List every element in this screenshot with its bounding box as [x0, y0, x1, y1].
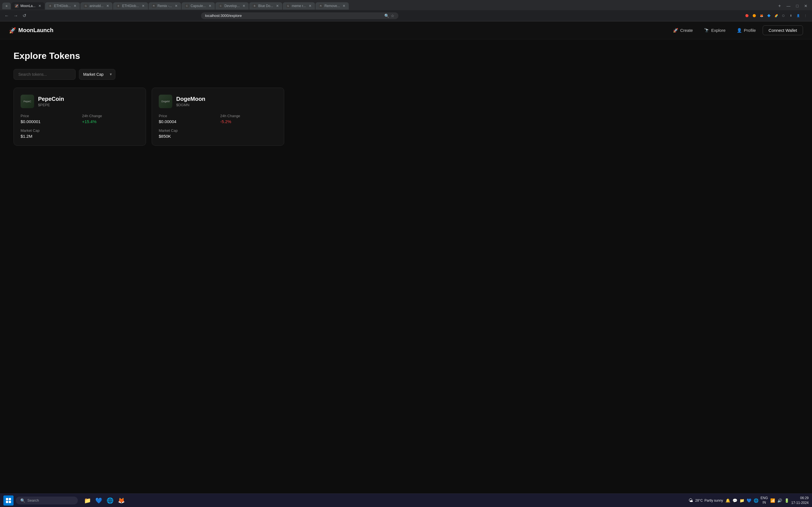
change-label: 24h Change: [220, 114, 277, 118]
ext-6[interactable]: ⬡: [780, 13, 786, 19]
mcap-label: Market Cap: [20, 128, 78, 133]
tab-favicon: G: [84, 4, 88, 8]
tab-bar: ≡ 🚀 MoonLa... ✕ E ETHGlob... ✕ G anirudd…: [0, 0, 812, 10]
nav-create[interactable]: 🚀 Create: [668, 25, 697, 35]
app: 🚀 MoonLaunch 🚀 Create 🔭 Explore 👤 Profil…: [0, 21, 812, 494]
token-card-dogemoon[interactable]: DogeM DogeMoon $DGMN Price $0.00004 24h …: [152, 88, 284, 146]
mcap-label: Market Cap: [159, 128, 216, 133]
browser-tab-t6[interactable]: C Capsule... ✕: [182, 2, 215, 10]
tab-close-button[interactable]: ✕: [343, 4, 345, 8]
tab-close-button[interactable]: ✕: [106, 4, 109, 8]
taskbar-app-explorer[interactable]: 📁: [82, 496, 93, 506]
files-icon[interactable]: 📁: [740, 498, 744, 503]
tab-favicon: B: [253, 4, 257, 8]
ext-3[interactable]: 🦊: [758, 13, 765, 19]
sort-select[interactable]: Market CapPrice24h ChangeVolume: [79, 69, 115, 80]
menu-icon[interactable]: ⋮: [802, 13, 809, 19]
navbar-links: 🚀 Create 🔭 Explore 👤 Profile Connect Wal…: [668, 25, 803, 35]
maximize-button[interactable]: □: [794, 3, 801, 9]
taskbar-app-vscode[interactable]: 💙: [94, 496, 104, 506]
browser-tab-t3[interactable]: G anirudd... ✕: [80, 2, 112, 10]
mcap-value: $850K: [159, 134, 216, 138]
address-bar[interactable]: localhost:3000/explore 🔍 ☆: [201, 12, 398, 19]
lang-line1: ENG: [761, 496, 768, 501]
nav-profile[interactable]: 👤 Profile: [732, 25, 760, 35]
taskbar-apps: 📁💙🌐🦊: [82, 496, 126, 506]
notification-icon[interactable]: 🔔: [725, 498, 730, 503]
browser-tab-t4[interactable]: E ETHGlob... ✕: [113, 2, 148, 10]
arc-icon: 🦊: [118, 497, 125, 504]
profile-avatar[interactable]: 👤: [795, 13, 801, 19]
forward-button[interactable]: →: [12, 12, 19, 19]
chrome-icon: 🌐: [107, 497, 114, 504]
tab-close-button[interactable]: ✕: [73, 4, 77, 8]
close-button[interactable]: ✕: [802, 3, 810, 9]
new-tab-button[interactable]: +: [775, 2, 783, 10]
nav-explore[interactable]: 🔭 Explore: [700, 25, 730, 35]
browser-actions: 🔴 🟠 🦊 🔷 🌈 ⬡ ⬇ 👤 ⋮: [744, 13, 809, 19]
token-stats: Price $0.00004 24h Change -5.2% Market C…: [159, 114, 277, 138]
start-button[interactable]: [3, 496, 13, 506]
tab-label: Develop...: [224, 4, 240, 8]
browser-tab-t10[interactable]: R Remove... ✕: [315, 2, 349, 10]
token-name: PepeCoin: [38, 96, 64, 102]
token-avatar: DogeM: [159, 95, 172, 108]
ext-2[interactable]: 🟠: [751, 13, 757, 19]
vscode-icon: 💙: [95, 497, 102, 504]
taskbar-app-arc[interactable]: 🦊: [116, 496, 126, 506]
battery-icon[interactable]: 🔋: [784, 498, 789, 503]
explore-label: Explore: [711, 28, 725, 33]
main-content: Explore Tokens Market CapPrice24h Change…: [0, 40, 812, 494]
back-button[interactable]: ←: [3, 12, 10, 19]
download-icon[interactable]: ⬇: [788, 13, 794, 19]
tab-close-button[interactable]: ✕: [276, 4, 279, 8]
weather-condition: Partly sunny: [705, 499, 723, 503]
browser-tab-t5[interactable]: R Remix -... ✕: [149, 2, 181, 10]
token-info: PepeCoin $PEPE: [38, 96, 64, 107]
time-display: 06:29: [792, 496, 809, 501]
tab-close-button[interactable]: ✕: [243, 4, 245, 8]
wifi-icon[interactable]: 📶: [770, 498, 775, 503]
tab-close-button[interactable]: ✕: [38, 4, 41, 8]
tab-favicon: E: [49, 4, 52, 8]
ext-1[interactable]: 🔴: [744, 13, 750, 19]
address-text: localhost:3000/explore: [205, 13, 242, 18]
filters-row: Market CapPrice24h ChangeVolume ▼: [13, 69, 799, 80]
search-input[interactable]: [13, 69, 75, 80]
tab-close-button[interactable]: ✕: [142, 4, 145, 8]
browser-chrome: ≡ 🚀 MoonLa... ✕ E ETHGlob... ✕ G anirudd…: [0, 0, 812, 21]
explore-icon: 🔭: [704, 28, 709, 33]
reload-button[interactable]: ↺: [21, 12, 28, 19]
tab-close-button[interactable]: ✕: [209, 4, 211, 8]
volume-icon[interactable]: 🔊: [777, 498, 782, 503]
browser-tab-t9[interactable]: G meme r... ✕: [283, 2, 315, 10]
chrome-tray-icon[interactable]: 🌐: [754, 498, 758, 503]
ext-4[interactable]: 🔷: [766, 13, 772, 19]
temperature: 28°C: [695, 499, 703, 503]
discord-icon[interactable]: 💬: [732, 498, 737, 503]
browser-tab-t8[interactable]: B Blue Do... ✕: [249, 2, 282, 10]
taskbar-search[interactable]: 🔍 Search: [16, 497, 78, 504]
browser-tab-t7[interactable]: C Develop... ✕: [215, 2, 249, 10]
weather-info: 28°C Partly sunny: [695, 499, 723, 503]
token-symbol: $DGMN: [176, 103, 205, 107]
price-label: Price: [20, 114, 78, 118]
change-value: -5.2%: [220, 119, 277, 124]
token-header: DogeM DogeMoon $DGMN: [159, 95, 277, 108]
ext-5[interactable]: 🌈: [773, 13, 779, 19]
price-label: Price: [159, 114, 216, 118]
token-card-pepecoin[interactable]: PepeC PepeCoin $PEPE Price $0.000001 24h…: [13, 88, 146, 146]
browser-tab-t2[interactable]: E ETHGlob... ✕: [45, 2, 80, 10]
tab-close-button[interactable]: ✕: [309, 4, 312, 8]
minimize-button[interactable]: —: [784, 3, 793, 9]
vscode-tray-icon[interactable]: 💙: [747, 498, 751, 503]
tab-overview: ≡: [2, 3, 11, 9]
change-value: +15.4%: [82, 119, 139, 124]
sort-select-wrapper: Market CapPrice24h ChangeVolume ▼: [79, 69, 115, 80]
page-title: Explore Tokens: [13, 51, 799, 61]
connect-wallet-button[interactable]: Connect Wallet: [763, 25, 803, 35]
browser-tab-t1[interactable]: 🚀 MoonLa... ✕: [11, 2, 44, 10]
mcap-value: $1.2M: [20, 134, 78, 138]
tab-close-button[interactable]: ✕: [175, 4, 177, 8]
taskbar-app-chrome[interactable]: 🌐: [105, 496, 115, 506]
